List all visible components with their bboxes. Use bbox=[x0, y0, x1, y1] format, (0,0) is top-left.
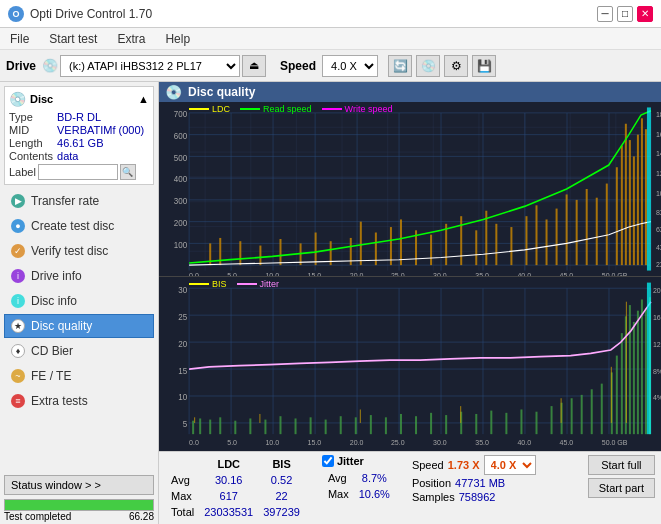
svg-rect-53 bbox=[621, 146, 623, 266]
contents-key: Contents bbox=[9, 150, 53, 162]
save-button[interactable]: 💾 bbox=[472, 55, 496, 77]
svg-rect-144 bbox=[637, 311, 639, 434]
sidebar-item-verify-test-disc[interactable]: ✓ Verify test disc bbox=[4, 239, 154, 263]
svg-text:2X: 2X bbox=[656, 260, 661, 269]
svg-rect-57 bbox=[637, 135, 639, 266]
svg-rect-45 bbox=[546, 219, 548, 265]
sidebar-item-cd-bier[interactable]: ♦ CD Bier bbox=[4, 339, 154, 363]
svg-rect-108 bbox=[199, 418, 201, 434]
label-input[interactable] bbox=[38, 164, 118, 180]
svg-text:100: 100 bbox=[174, 239, 188, 249]
settings-button[interactable]: ⚙ bbox=[444, 55, 468, 77]
svg-text:600: 600 bbox=[174, 131, 188, 141]
bis-legend: BIS bbox=[189, 279, 227, 289]
menu-extra[interactable]: Extra bbox=[111, 30, 151, 48]
upper-chart-svg: 700 600 500 400 300 200 100 18X 16X 14X … bbox=[159, 102, 661, 276]
svg-rect-150 bbox=[360, 409, 361, 422]
upper-chart: LDC Read speed Write speed bbox=[159, 102, 661, 277]
minimize-button[interactable]: ─ bbox=[597, 6, 613, 22]
start-full-button[interactable]: Start full bbox=[588, 455, 655, 475]
jitter-legend: Jitter bbox=[237, 279, 280, 289]
svg-rect-25 bbox=[259, 246, 261, 266]
ldc-header: LDC bbox=[200, 457, 257, 471]
svg-rect-155 bbox=[647, 283, 651, 435]
svg-rect-116 bbox=[310, 417, 312, 434]
sidebar-item-create-test-disc[interactable]: ● Create test disc bbox=[4, 214, 154, 238]
disc-button[interactable]: 💿 bbox=[416, 55, 440, 77]
label-search-button[interactable]: 🔍 bbox=[120, 164, 136, 180]
sidebar-item-fe-te[interactable]: ~ FE / TE bbox=[4, 364, 154, 388]
sidebar-item-disc-info[interactable]: i Disc info bbox=[4, 289, 154, 313]
svg-rect-140 bbox=[621, 333, 623, 434]
ldc-legend: LDC bbox=[189, 104, 230, 114]
total-ldc: 23033531 bbox=[200, 505, 257, 519]
disc-panel-arrow[interactable]: ▲ bbox=[138, 93, 149, 105]
svg-text:35.0: 35.0 bbox=[475, 438, 489, 447]
jitter-checkbox[interactable] bbox=[322, 455, 334, 467]
progress-area: Test completed 66.28 bbox=[4, 499, 154, 522]
sidebar-item-extra-tests[interactable]: ≡ Extra tests bbox=[4, 389, 154, 413]
svg-rect-117 bbox=[325, 420, 327, 435]
svg-rect-24 bbox=[239, 241, 241, 265]
svg-text:25.0: 25.0 bbox=[391, 271, 405, 276]
stats-area: LDC BIS Avg 30.16 0.52 Max 617 22 Total … bbox=[159, 451, 661, 524]
drive-select[interactable]: (k:) ATAPI iHBS312 2 PL17 bbox=[60, 55, 240, 77]
sidebar-item-drive-info[interactable]: i Drive info bbox=[4, 264, 154, 288]
bis-label: BIS bbox=[212, 279, 227, 289]
status-window-button[interactable]: Status window > > bbox=[4, 475, 154, 495]
menu-file[interactable]: File bbox=[4, 30, 35, 48]
bis-color-swatch bbox=[189, 283, 209, 285]
drive-bar: Drive 💿 (k:) ATAPI iHBS312 2 PL17 ⏏ Spee… bbox=[0, 50, 661, 82]
svg-rect-48 bbox=[576, 200, 578, 265]
svg-text:16X: 16X bbox=[656, 130, 661, 139]
sidebar-menu: ▶ Transfer rate ● Create test disc ✓ Ver… bbox=[4, 189, 154, 414]
create-test-disc-icon: ● bbox=[11, 219, 25, 233]
svg-rect-59 bbox=[645, 129, 647, 265]
refresh-button[interactable]: 🔄 bbox=[388, 55, 412, 77]
svg-text:45.0: 45.0 bbox=[560, 271, 574, 276]
samples-val: 758962 bbox=[459, 491, 496, 503]
jitter-color-swatch bbox=[237, 283, 257, 285]
svg-rect-143 bbox=[633, 322, 635, 434]
speed-select-stats[interactable]: 4.0 X bbox=[484, 455, 536, 475]
svg-text:15.0: 15.0 bbox=[308, 438, 322, 447]
svg-text:0.0: 0.0 bbox=[189, 438, 199, 447]
sidebar-item-transfer-rate-label: Transfer rate bbox=[31, 194, 99, 208]
svg-rect-31 bbox=[360, 222, 362, 266]
speed-area: Speed 1.73 X 4.0 X Position 47731 MB Sam… bbox=[412, 455, 536, 503]
start-part-button[interactable]: Start part bbox=[588, 478, 655, 498]
disc-panel: 💿 Disc ▲ Type BD-R DL MID VERBATIMf (000… bbox=[4, 86, 154, 185]
read-color-swatch bbox=[240, 108, 260, 110]
menu-help[interactable]: Help bbox=[159, 30, 196, 48]
svg-rect-154 bbox=[626, 302, 627, 423]
speed-val-display: 1.73 X bbox=[448, 459, 480, 471]
sidebar-item-transfer-rate[interactable]: ▶ Transfer rate bbox=[4, 189, 154, 213]
svg-rect-124 bbox=[430, 413, 432, 434]
svg-rect-36 bbox=[430, 235, 432, 265]
svg-rect-110 bbox=[219, 417, 221, 434]
svg-text:200: 200 bbox=[174, 218, 188, 228]
charts-container: LDC Read speed Write speed bbox=[159, 102, 661, 451]
maximize-button[interactable]: □ bbox=[617, 6, 633, 22]
jitter-avg-val: 8.7% bbox=[355, 471, 394, 485]
sidebar-item-disc-quality[interactable]: ★ Disc quality bbox=[4, 314, 154, 338]
svg-rect-119 bbox=[355, 417, 357, 434]
svg-text:30.0: 30.0 bbox=[433, 438, 447, 447]
svg-rect-47 bbox=[566, 194, 568, 265]
sidebar-item-cd-bier-label: CD Bier bbox=[31, 344, 73, 358]
svg-rect-46 bbox=[556, 209, 558, 266]
label-key: Label bbox=[9, 166, 36, 178]
eject-button[interactable]: ⏏ bbox=[242, 55, 266, 77]
menu-start-test[interactable]: Start test bbox=[43, 30, 103, 48]
svg-text:5: 5 bbox=[183, 419, 188, 430]
close-button[interactable]: ✕ bbox=[637, 6, 653, 22]
svg-text:6X: 6X bbox=[656, 225, 661, 234]
svg-rect-123 bbox=[415, 416, 417, 434]
sidebar-item-disc-quality-label: Disc quality bbox=[31, 319, 92, 333]
total-bis: 397239 bbox=[259, 505, 304, 519]
sidebar-item-fe-te-label: FE / TE bbox=[31, 369, 71, 383]
svg-rect-49 bbox=[586, 189, 588, 265]
speed-select[interactable]: 4.0 X bbox=[322, 55, 378, 77]
speed-label: Speed bbox=[280, 59, 316, 73]
svg-rect-26 bbox=[279, 239, 281, 265]
